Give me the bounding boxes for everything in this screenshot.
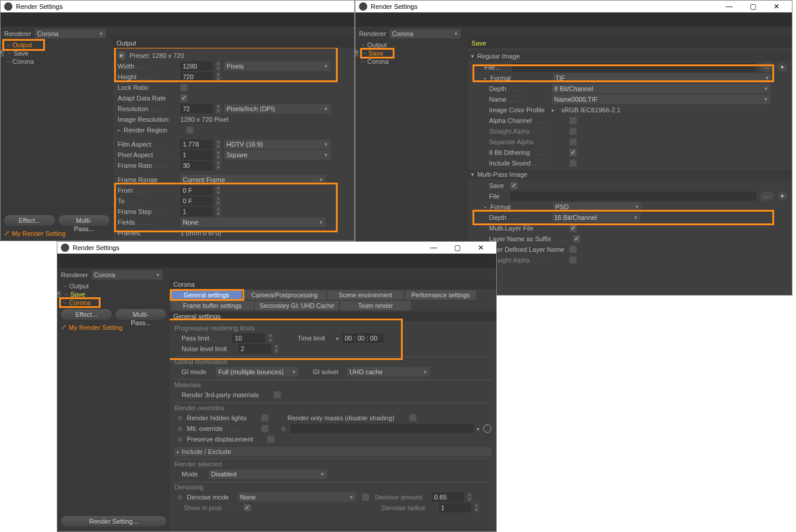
file-browse-button[interactable]: ...: [760, 63, 774, 72]
format-dropdown[interactable]: TIF▼: [553, 73, 772, 83]
preset-play-icon[interactable]: ▸: [118, 51, 126, 60]
frame-step-input[interactable]: 1: [180, 207, 213, 216]
name-dropdown[interactable]: Name0000.TIF▼: [552, 95, 771, 104]
film-aspect-dropdown[interactable]: HDTV (16:9)▼: [224, 140, 331, 149]
pass-limit-input[interactable]: 10: [232, 333, 265, 343]
hidden-radio[interactable]: [177, 415, 183, 421]
time-limit-input[interactable]: 00 : 00 : 00: [342, 333, 384, 343]
denmode-dropdown[interactable]: None▼: [238, 492, 356, 502]
renderer-dropdown[interactable]: Corona▼: [35, 29, 106, 38]
mlayer-checkbox[interactable]: [570, 225, 577, 232]
file2-browse-button[interactable]: ...: [760, 192, 774, 201]
adapt-rate-checkbox[interactable]: [180, 95, 187, 102]
film-aspect-input[interactable]: 1.778: [180, 140, 213, 149]
effect-button[interactable]: Effect...: [4, 215, 55, 226]
width-input[interactable]: 1280: [180, 61, 213, 71]
hidden-checkbox[interactable]: [261, 414, 268, 421]
section-regular-image[interactable]: ▼Regular Image: [468, 51, 792, 61]
mtlover-checkbox[interactable]: [261, 425, 268, 432]
titlebar[interactable]: Render Settings — ▢ ✕: [57, 242, 496, 254]
preserve-checkbox[interactable]: [267, 436, 274, 443]
masks-checkbox[interactable]: [409, 414, 416, 421]
depth2-dropdown[interactable]: 16 Bit/Channel▼: [552, 213, 640, 222]
render-setting-button[interactable]: Render Setting...: [61, 516, 166, 527]
tree-save[interactable]: Save: [5, 49, 30, 57]
tab-camera[interactable]: Camera/Postprocessing: [243, 290, 326, 300]
titlebar[interactable]: Render Settings: [1, 1, 354, 12]
my-render-setting[interactable]: My Render Setting: [12, 230, 66, 237]
tree-output[interactable]: Output: [61, 282, 166, 290]
close-button[interactable]: ✕: [765, 1, 788, 12]
my-render-setting[interactable]: My Render Setting: [69, 324, 122, 331]
tab-general[interactable]: General settings: [171, 290, 242, 300]
denamt-input[interactable]: 0.65: [432, 492, 464, 502]
save-checkbox[interactable]: [57, 291, 61, 298]
tree-output[interactable]: Output: [359, 41, 464, 49]
mtl-select-radio[interactable]: [280, 426, 287, 432]
preserve-radio[interactable]: [177, 436, 183, 443]
maximize-button[interactable]: ▢: [445, 242, 469, 254]
noise-limit-input[interactable]: 2: [238, 344, 271, 353]
from-input[interactable]: 0 F: [180, 186, 213, 195]
tab-team-render[interactable]: Team render: [340, 301, 411, 310]
sound-checkbox[interactable]: [570, 160, 577, 167]
save-checkbox[interactable]: [1, 50, 4, 57]
height-input[interactable]: 720: [180, 72, 213, 82]
dither-checkbox[interactable]: [570, 149, 577, 156]
section-multipass-image[interactable]: ▼Multi-Pass Image: [468, 170, 792, 179]
tab-secondary-gi[interactable]: Secondary GI: UHD Cache: [255, 301, 339, 310]
depth-dropdown[interactable]: 8 Bit/Channel▼: [552, 84, 771, 93]
resolution-units-dropdown[interactable]: Pixels/Inch (DPI)▼: [224, 104, 331, 113]
pixel-aspect-dropdown[interactable]: Square▼: [224, 150, 331, 160]
tree-corona[interactable]: Corona: [61, 299, 166, 307]
effect-button[interactable]: Effect...: [61, 309, 112, 320]
file-input[interactable]: [512, 63, 756, 72]
width-units-dropdown[interactable]: Pixels▼: [224, 61, 331, 71]
file2-input[interactable]: [510, 192, 756, 201]
tree-save[interactable]: Save: [360, 49, 384, 57]
tab-scene[interactable]: Scene environment: [327, 290, 404, 300]
tree-corona[interactable]: Corona: [4, 57, 109, 66]
tab-performance[interactable]: Performance settings: [405, 290, 476, 300]
mode-dropdown[interactable]: Disabled▼: [209, 469, 327, 479]
tab-framebuffer[interactable]: Frame buffer settings: [171, 301, 254, 310]
fields-dropdown[interactable]: None▼: [180, 218, 326, 227]
renderer-dropdown[interactable]: Corona▼: [390, 29, 461, 38]
mtlover-radio[interactable]: [177, 426, 183, 432]
save-checkbox[interactable]: [355, 50, 359, 57]
mtl-override-field[interactable]: [290, 424, 474, 433]
gear-icon[interactable]: [483, 424, 491, 433]
tree-save[interactable]: Save: [62, 290, 86, 299]
format2-dropdown[interactable]: PSD▼: [553, 202, 642, 212]
frame-rate-input[interactable]: 30: [180, 161, 213, 170]
close-button[interactable]: ✕: [469, 242, 493, 254]
file-play-button[interactable]: ▸: [778, 63, 787, 72]
lname-checkbox[interactable]: [573, 235, 580, 242]
save-mp-checkbox[interactable]: [510, 182, 517, 189]
resolution-input[interactable]: 72: [180, 104, 213, 113]
denoise-radio[interactable]: [177, 494, 183, 501]
solver-dropdown[interactable]: UHD cache▼: [347, 367, 430, 377]
pixel-aspect-input[interactable]: 1: [180, 150, 213, 160]
multipass-button[interactable]: Multi-Pass...: [59, 215, 109, 226]
render3rd-checkbox[interactable]: [274, 391, 281, 398]
minimize-button[interactable]: —: [717, 1, 741, 12]
titlebar[interactable]: Render Settings — ▢ ✕: [355, 1, 792, 12]
to-input[interactable]: 0 F: [180, 196, 213, 206]
denrad-input[interactable]: 1: [439, 503, 471, 512]
tree-corona[interactable]: Corona: [359, 57, 464, 66]
udname-checkbox[interactable]: [570, 246, 577, 253]
tree-output[interactable]: Output: [4, 41, 109, 49]
file2-play-button[interactable]: ▸: [778, 192, 787, 201]
alpha-checkbox[interactable]: [570, 117, 577, 124]
multipass-button[interactable]: Multi-Pass...: [115, 309, 166, 320]
frame-range-dropdown[interactable]: Current Frame▼: [180, 175, 326, 184]
maximize-button[interactable]: ▢: [741, 1, 765, 12]
lock-ratio-checkbox[interactable]: [180, 84, 187, 91]
include-exclude[interactable]: ▸Include / Exclude: [174, 447, 491, 456]
denoise-enable-checkbox[interactable]: [362, 494, 369, 501]
show-checkbox[interactable]: [244, 504, 251, 511]
renderer-dropdown[interactable]: Corona▼: [92, 270, 163, 280]
minimize-button[interactable]: —: [422, 242, 445, 254]
gimode-dropdown[interactable]: Full (multiple bounces)▼: [216, 367, 299, 377]
